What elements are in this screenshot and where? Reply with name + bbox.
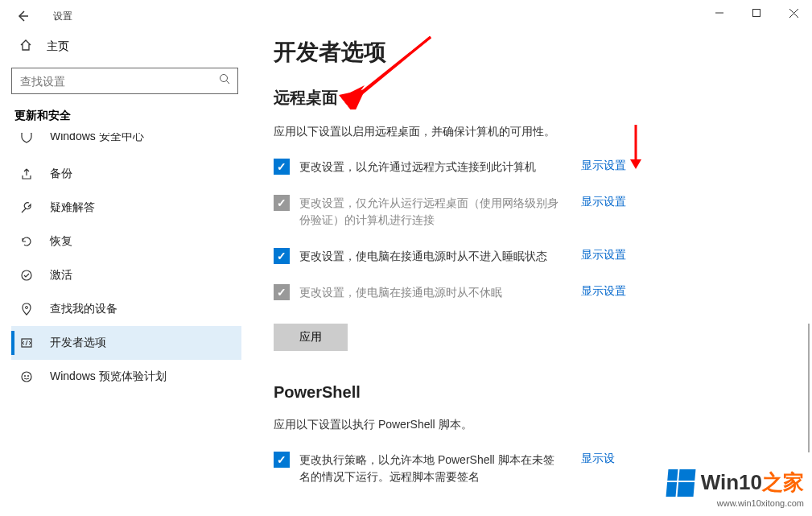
search-input[interactable] [20,75,219,88]
setting-row: 更改设置，仅允许从运行远程桌面（使用网络级别身份验证）的计算机进行连接 显示设置 [274,195,796,229]
section-title-powershell: PowerShell [274,383,796,402]
sidebar-item-activation[interactable]: 激活 [11,258,241,292]
watermark-url: www.win10xitong.com [667,498,804,508]
watermark: Win10之家 www.win10xitong.com [667,469,804,508]
setting-text: 更改设置，使电脑在接通电源时从不进入睡眠状态 [299,248,565,265]
nav-label: 查找我的设备 [50,302,117,316]
sidebar-item-find-device[interactable]: 查找我的设备 [11,292,241,326]
show-settings-link[interactable]: 显示设置 [581,284,626,299]
nav-label: 恢复 [50,234,72,249]
back-button[interactable] [14,8,31,24]
sidebar: 主页 更新和安全 Windows 安全中心 备份 疑难解答 恢复 [0,32,249,516]
troubleshoot-icon [19,201,34,214]
svg-point-10 [22,372,31,382]
checkbox[interactable] [274,452,290,468]
search-icon [219,73,231,89]
sidebar-item-recovery[interactable]: 恢复 [11,225,241,258]
svg-point-8 [26,307,28,309]
page-title: 开发者选项 [274,37,796,68]
recovery-icon [19,235,34,248]
backup-icon [19,167,34,180]
nav-label: 备份 [50,167,72,181]
svg-point-5 [221,75,228,82]
developer-icon [19,336,34,349]
find-device-icon [19,303,34,316]
show-settings-link[interactable]: 显示设置 [581,248,626,262]
show-settings-link[interactable]: 显示设置 [581,195,626,209]
window-controls [701,0,812,26]
checkbox [274,195,290,211]
section-title-remote: 远程桌面 [274,87,796,109]
nav-label: 激活 [50,268,72,283]
svg-point-12 [27,375,29,377]
insider-icon [19,370,34,383]
home-label: 主页 [47,39,69,54]
setting-row: 更改设置，以允许通过远程方式连接到此计算机 显示设置 [274,159,796,175]
sidebar-item-insider[interactable]: Windows 预览体验计划 [11,360,241,394]
watermark-brand: Win10之家 [701,469,804,497]
show-settings-link[interactable]: 显示设 [581,452,615,466]
sidebar-item-backup[interactable]: 备份 [11,157,241,191]
setting-row: 更改设置，使电脑在接通电源时从不进入睡眠状态 显示设置 [274,248,796,265]
setting-text: 更改设置，仅允许从运行远程桌面（使用网络级别身份验证）的计算机进行连接 [299,195,565,229]
sidebar-section-title: 更新和安全 [11,109,241,123]
checkbox[interactable] [274,248,290,264]
maximize-button[interactable] [738,0,775,26]
section-desc-remote: 应用以下设置以启用远程桌面，并确保计算机的可用性。 [274,125,796,139]
setting-text: 更改设置，以允许通过远程方式连接到此计算机 [299,159,565,175]
nav-label: Windows 预览体验计划 [50,369,167,384]
svg-point-7 [22,270,31,280]
setting-text: 更改设置，使电脑在接通电源时从不休眠 [299,284,565,301]
home-link[interactable]: 主页 [11,32,241,61]
main-content: 开发者选项 远程桌面 应用以下设置以启用远程桌面，并确保计算机的可用性。 更改设… [249,32,812,516]
nav-label: 疑难解答 [50,200,95,215]
home-icon [19,39,34,55]
section-desc-powershell: 应用以下设置以执行 PowerShell 脚本。 [274,418,796,432]
activation-icon [19,269,34,282]
sidebar-item-developer[interactable]: 开发者选项 [11,326,241,360]
nav-list: Windows 安全中心 备份 疑难解答 恢复 激活 查找我的设备 [11,133,241,394]
checkbox[interactable] [274,159,290,175]
show-settings-link[interactable]: 显示设置 [581,159,626,173]
sidebar-item-security[interactable]: Windows 安全中心 [11,133,241,157]
setting-row: 更改设置，使电脑在接通电源时从不休眠 显示设置 [274,284,796,301]
shield-icon [19,133,34,143]
apply-button[interactable]: 应用 [274,324,348,351]
close-button[interactable] [775,0,812,26]
sidebar-item-troubleshoot[interactable]: 疑难解答 [11,191,241,225]
scrollbar[interactable] [808,324,810,452]
svg-rect-2 [753,10,760,17]
minimize-button[interactable] [701,0,738,26]
nav-label: 开发者选项 [50,336,106,350]
nav-label: Windows 安全中心 [50,133,144,144]
svg-point-11 [24,375,26,377]
svg-line-6 [227,81,230,85]
windows-logo-icon [666,469,695,497]
checkbox [274,284,290,300]
search-box[interactable] [11,68,238,94]
app-title: 设置 [53,10,72,23]
setting-text: 更改执行策略，以允许本地 PowerShell 脚本在未签名的情况下运行。远程脚… [299,452,565,485]
